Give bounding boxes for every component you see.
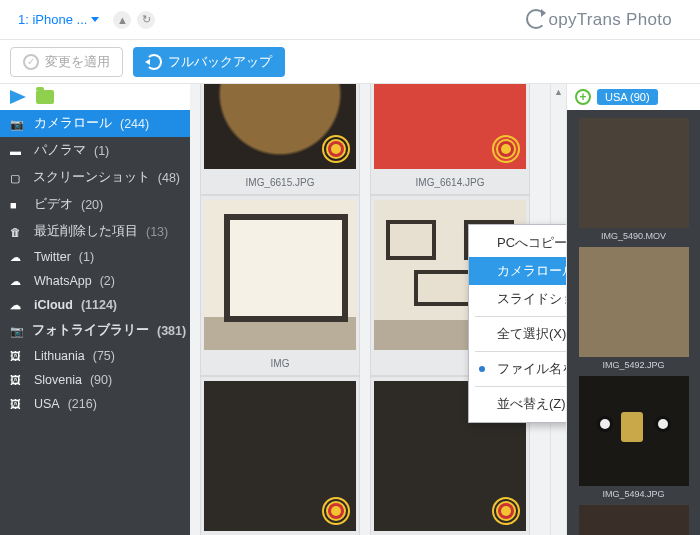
full-backup-button[interactable]: フルバックアップ — [133, 47, 285, 77]
sidebar-item[interactable]: ▢スクリーンショット (48) — [0, 164, 190, 191]
sidebar-item-label: パノラマ — [34, 142, 86, 159]
menu-separator — [475, 316, 566, 317]
content: 📷カメラロール (244)▬パノラマ (1)▢スクリーンショット (48)■ビデ… — [0, 84, 700, 535]
sidebar-item-count: (20) — [81, 198, 103, 212]
add-icon[interactable]: + — [575, 89, 591, 105]
thumbnail-pane: IMG_6615.JPGIMG_6614.JPGIMGIMG_6611.JPGI… — [190, 84, 566, 535]
album-icon: 📷 — [10, 325, 24, 337]
thumbnail-image — [204, 84, 356, 169]
sidebar-item-label: Slovenia — [34, 373, 82, 387]
thumbnail-image — [204, 381, 356, 531]
titlebar: 1: iPhone ... ▲ ↻ opyTrans Photo — [0, 0, 700, 40]
backup-icon — [146, 54, 162, 70]
sidebar-item-count: (48) — [158, 171, 180, 185]
sidebar-item[interactable]: ■ビデオ (20) — [0, 191, 190, 218]
logo-brand: opyTrans — [548, 10, 621, 29]
sidebar-item-label: カメラロール — [34, 115, 112, 132]
thumbnail-cell[interactable]: IMG_6615.JPG — [200, 84, 360, 195]
sidebar-item[interactable]: 🖼USA (216) — [0, 392, 190, 416]
target-icon — [322, 135, 350, 163]
context-menu-item[interactable]: ファイル名を表示(Y)F4 — [469, 355, 566, 383]
sidebar-tabs — [0, 84, 190, 110]
right-list: IMG_5490.MOVIMG_5492.JPGIMG_5494.JPG0:00… — [567, 110, 700, 535]
context-menu-item[interactable]: 全て選択(X)Ctrl+A — [469, 320, 566, 348]
right-thumb — [579, 247, 689, 357]
sidebar-item-count: (13) — [146, 225, 168, 239]
menu-separator — [475, 351, 566, 352]
target-icon — [492, 135, 520, 163]
album-icon: ☁ — [10, 299, 26, 311]
context-menu-item[interactable]: カメラロールから削除(V)Del — [469, 257, 566, 285]
right-caption: IMG_5492.JPG — [602, 357, 664, 370]
right-list-item[interactable]: IMG_5490.MOV — [573, 118, 694, 241]
backup-label: フルバックアップ — [168, 53, 272, 71]
toolbar: ✓ 変更を適用 フルバックアップ — [0, 40, 700, 84]
menu-item-label: スライドショー(W) — [497, 290, 566, 308]
context-menu-item[interactable]: PCへコピー(P)Shift+Ctrl+Right — [469, 229, 566, 257]
context-menu-item[interactable]: スライドショー(W)Ctrl+L — [469, 285, 566, 313]
check-icon: ✓ — [23, 54, 39, 70]
sidebar-item[interactable]: ☁WhatsApp (2) — [0, 269, 190, 293]
sidebar-item-count: (2) — [100, 274, 115, 288]
album-icon: ▢ — [10, 172, 25, 184]
sidebar-item-label: Lithuania — [34, 349, 85, 363]
sidebar-item[interactable]: 🗑最近削除した項目 (13) — [0, 218, 190, 245]
right-list-item[interactable]: IMG_5492.JPG — [573, 247, 694, 370]
thumbnail-caption: IMG — [271, 354, 290, 375]
thumbnail-cell[interactable]: IMG_6614.JPG — [370, 84, 530, 195]
refresh-icon[interactable]: ↻ — [137, 11, 155, 29]
target-icon — [322, 497, 350, 525]
device-tab-icon[interactable] — [10, 90, 26, 104]
album-tag[interactable]: USA (90) — [597, 89, 658, 105]
sidebar-item-count: (216) — [68, 397, 97, 411]
chevron-down-icon — [91, 17, 99, 22]
right-thumb — [579, 376, 689, 486]
right-pane: + USA (90) IMG_5490.MOVIMG_5492.JPGIMG_5… — [566, 84, 700, 535]
sidebar-item-count: (1124) — [81, 298, 117, 312]
sidebar-item[interactable]: ☁iCloud (1124) — [0, 293, 190, 317]
context-menu: PCへコピー(P)Shift+Ctrl+Rightカメラロールから削除(V)De… — [468, 224, 566, 423]
sidebar-item[interactable]: 🖼Slovenia (90) — [0, 368, 190, 392]
album-icon: ▬ — [10, 145, 26, 157]
sidebar-item[interactable]: 🖼Lithuania (75) — [0, 344, 190, 368]
thumbnail-image — [374, 84, 526, 169]
menu-item-label: 並べ替え(Z) — [497, 395, 566, 413]
sidebar-list: 📷カメラロール (244)▬パノラマ (1)▢スクリーンショット (48)■ビデ… — [0, 110, 190, 535]
device-label: 1: iPhone ... — [18, 12, 87, 27]
sidebar-item[interactable]: 📷フォトライブラリー (381) — [0, 317, 190, 344]
logo-c-icon — [526, 9, 546, 29]
sidebar-item-label: Twitter — [34, 250, 71, 264]
scroll-up-icon[interactable]: ▲ — [551, 84, 566, 100]
menu-separator — [475, 386, 566, 387]
album-icon: 🖼 — [10, 374, 26, 386]
thumbnail-cell[interactable]: IMG — [200, 195, 360, 376]
target-icon — [492, 497, 520, 525]
menu-item-label: ファイル名を表示(Y) — [497, 360, 566, 378]
sidebar-item[interactable]: ☁Twitter (1) — [0, 245, 190, 269]
album-icon: 🗑 — [10, 226, 26, 238]
album-icon: 📷 — [10, 118, 26, 130]
right-caption: IMG_5490.MOV — [601, 228, 666, 241]
thumbnail-caption: IMG_6614.JPG — [416, 173, 485, 194]
sidebar-item-count: (75) — [93, 349, 115, 363]
bullet-icon — [479, 366, 485, 372]
right-thumb — [579, 118, 689, 228]
thumbnail-cell[interactable]: IMG_6611.JPG — [200, 376, 360, 535]
device-selector[interactable]: 1: iPhone ... — [10, 8, 107, 31]
right-header: + USA (90) — [567, 84, 700, 110]
album-icon: ☁ — [10, 275, 26, 287]
right-list-item[interactable]: IMG_5494.JPG — [573, 376, 694, 499]
album-icon: ■ — [10, 199, 26, 211]
eject-icon[interactable]: ▲ — [113, 11, 131, 29]
menu-item-label: PCへコピー(P) — [497, 234, 566, 252]
album-icon: 🖼 — [10, 398, 26, 410]
sidebar-item-label: 最近削除した項目 — [34, 223, 138, 240]
right-list-item[interactable]: 0:00:57 — [573, 505, 694, 535]
album-icon: ☁ — [10, 251, 26, 263]
apply-changes-button[interactable]: ✓ 変更を適用 — [10, 47, 123, 77]
thumbnail-caption: IMG_6615.JPG — [246, 173, 315, 194]
pc-tab-icon[interactable] — [36, 90, 54, 104]
sidebar-item[interactable]: 📷カメラロール (244) — [0, 110, 190, 137]
context-menu-item[interactable]: 並べ替え(Z)〉 — [469, 390, 566, 418]
sidebar-item[interactable]: ▬パノラマ (1) — [0, 137, 190, 164]
